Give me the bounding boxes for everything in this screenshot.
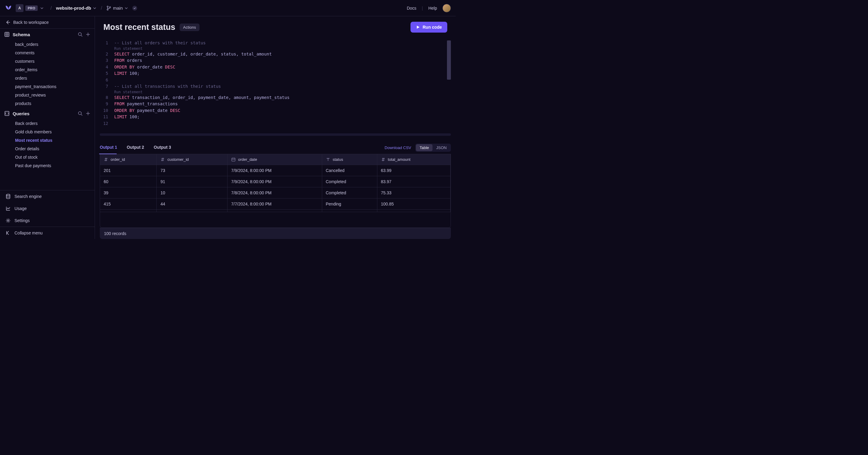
code-line-content[interactable]: -- List all transactions with their stat… <box>114 83 221 90</box>
table-cell: 100.85 <box>377 199 450 210</box>
user-avatar[interactable] <box>442 4 451 12</box>
query-item[interactable]: Out of stock <box>0 153 95 162</box>
table-toggle[interactable]: Table <box>416 144 433 151</box>
column-header[interactable]: customer_id <box>157 154 227 165</box>
view-toggle: Table JSON <box>415 144 451 152</box>
arrow-left-icon <box>5 20 10 25</box>
database-selector[interactable]: website-prod-db <box>56 5 97 10</box>
output-tab[interactable]: Output 1 <box>100 141 121 154</box>
schema-item[interactable]: products <box>0 99 95 108</box>
line-number: 10 <box>100 107 114 114</box>
line-number: 6 <box>100 77 114 84</box>
column-header[interactable]: order_id <box>100 154 157 165</box>
page-title: Most recent status <box>103 23 176 32</box>
queries-icon <box>4 111 10 116</box>
table-cell: 7/8/2024, 8:00:00 PM <box>227 188 322 199</box>
query-item[interactable]: Past due payments <box>0 162 95 170</box>
table-cell: 7/9/2024, 8:00:00 PM <box>227 165 322 176</box>
column-header[interactable]: total_amount <box>377 154 450 165</box>
schema-item[interactable]: customers <box>0 57 95 65</box>
plus-icon[interactable] <box>86 111 90 116</box>
schema-header: Schema <box>13 32 30 37</box>
table-cell: 201 <box>100 165 157 176</box>
download-csv-link[interactable]: Download CSV <box>384 145 411 150</box>
schema-item[interactable]: orders <box>0 74 95 82</box>
schema-item[interactable]: order_items <box>0 65 95 74</box>
chevron-down-icon[interactable] <box>40 6 44 10</box>
code-line-content[interactable]: SELECT order_id, customer_id, order_date… <box>114 51 272 58</box>
plus-icon[interactable] <box>86 32 90 37</box>
table-row[interactable]: 39107/8/2024, 8:00:00 PMCompleted75.33 <box>100 188 451 199</box>
breadcrumb-sep: / <box>101 5 102 11</box>
table-row[interactable] <box>100 210 451 212</box>
workspace-badge[interactable]: A <box>16 4 24 12</box>
app-logo-icon[interactable] <box>5 4 12 12</box>
num-type-icon <box>104 157 108 162</box>
query-item[interactable]: Gold club members <box>0 127 95 136</box>
editor-h-scrollbar[interactable] <box>100 133 451 136</box>
docs-link[interactable]: Docs <box>407 6 416 10</box>
code-editor[interactable]: 1-- List all orders with their statusRun… <box>100 40 451 133</box>
code-line-content[interactable]: SELECT transaction_id, order_id, payment… <box>114 94 290 101</box>
collapse-menu[interactable]: Collapse menu <box>0 227 95 239</box>
settings-label: Settings <box>14 218 30 223</box>
table-cell: Completed <box>322 188 377 199</box>
output-tab[interactable]: Output 2 <box>127 141 148 154</box>
search-engine-label: Search engine <box>14 194 41 199</box>
code-line-content[interactable]: ORDER BY order_date DESC <box>114 64 175 70</box>
run-statement-link[interactable]: Run statement <box>100 47 451 51</box>
svg-point-1 <box>107 9 108 10</box>
actions-button[interactable]: Actions <box>180 24 200 31</box>
line-number: 3 <box>100 57 114 64</box>
schema-item[interactable]: payment_transactions <box>0 82 95 91</box>
table-cell: 39 <box>100 188 157 199</box>
schema-icon <box>4 32 10 37</box>
table-cell: 60 <box>100 176 157 188</box>
code-line-content[interactable]: FROM orders <box>114 57 142 64</box>
table-cell: 73 <box>157 165 227 176</box>
schema-item[interactable]: product_reviews <box>0 91 95 99</box>
branch-selector[interactable]: main <box>106 5 128 10</box>
column-header[interactable]: status <box>322 154 377 165</box>
code-line-content[interactable]: -- List all orders with their status <box>114 40 206 47</box>
search-engine-nav[interactable]: Search engine <box>0 190 95 202</box>
settings-nav[interactable]: Settings <box>0 215 95 227</box>
table-row[interactable]: 415447/7/2024, 8:00:00 PMPending100.85 <box>100 199 451 210</box>
search-icon[interactable] <box>78 32 83 37</box>
run-code-button[interactable]: Run code <box>410 22 447 33</box>
table-row[interactable]: 60917/9/2024, 8:00:00 PMCompleted83.97 <box>100 176 451 188</box>
code-line-content[interactable]: FROM payment_transactions <box>114 101 178 107</box>
records-count: 100 records <box>100 228 451 239</box>
collapse-label: Collapse menu <box>14 230 42 235</box>
column-header[interactable]: order_date <box>227 154 322 165</box>
svg-rect-3 <box>5 32 9 36</box>
output-tab[interactable]: Output 3 <box>154 141 175 154</box>
run-statement-link[interactable]: Run statement <box>100 90 451 94</box>
run-label: Run code <box>423 25 442 30</box>
table-cell: Cancelled <box>322 165 377 176</box>
collapse-icon <box>5 230 11 236</box>
table-cell: 63.99 <box>377 165 450 176</box>
svg-point-0 <box>107 6 108 7</box>
query-item[interactable]: Order details <box>0 144 95 153</box>
help-link[interactable]: Help <box>428 6 437 10</box>
queries-header: Queries <box>13 111 30 116</box>
query-item[interactable]: Most recent status <box>0 136 95 144</box>
schema-item[interactable]: back_orders <box>0 40 95 49</box>
svg-point-2 <box>110 7 111 8</box>
gear-icon <box>5 218 11 223</box>
table-row[interactable]: 201737/9/2024, 8:00:00 PMCancelled63.99 <box>100 165 451 176</box>
schema-item[interactable]: comments <box>0 49 95 57</box>
svg-rect-9 <box>232 158 235 161</box>
code-line-content[interactable]: LIMIT 100; <box>114 70 140 77</box>
back-to-workspace[interactable]: Back to workspace <box>0 16 95 29</box>
code-line-content[interactable]: ORDER BY payment_date DESC <box>114 107 180 114</box>
usage-nav[interactable]: Usage <box>0 202 95 215</box>
editor-scrollbar[interactable] <box>447 40 451 80</box>
num-type-icon <box>160 157 165 162</box>
query-item[interactable]: Back orders <box>0 119 95 127</box>
code-line-content[interactable]: LIMIT 100; <box>114 114 140 120</box>
json-toggle[interactable]: JSON <box>433 144 450 151</box>
search-icon[interactable] <box>78 111 83 116</box>
chart-icon <box>5 206 11 211</box>
